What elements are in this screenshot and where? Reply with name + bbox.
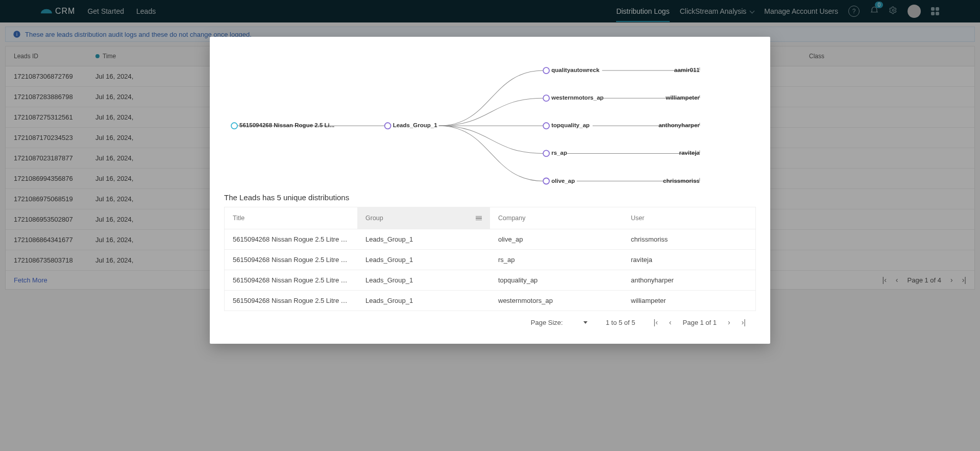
cell-user: williampeter [623,291,755,311]
svg-point-6 [385,123,391,129]
svg-text:anthonyharper: anthonyharper [658,122,700,128]
dist-row[interactable]: 5615094268 Nissan Rogue 2.5 Litre Transm… [225,229,755,249]
cell-title: 5615094268 Nissan Rogue 2.5 Litre Transm… [225,270,357,290]
dist-table-body: 5615094268 Nissan Rogue 2.5 Litre Transm… [225,229,755,311]
svg-point-28 [543,178,549,184]
dropdown-caret-icon [583,321,587,324]
svg-point-4 [231,123,237,129]
cell-group: Leads_Group_1 [357,270,490,290]
distribution-graph: 5615094268 Nissan Rogue 2.5 Li...Leads_G… [224,49,756,187]
svg-point-18 [543,123,549,129]
svg-point-8 [543,67,549,74]
svg-text:Leads_Group_1: Leads_Group_1 [393,122,438,128]
cell-title: 5615094268 Nissan Rogue 2.5 Litre Transm… [225,250,357,270]
range-status: 1 to 5 of 5 [606,319,635,326]
dist-table-header: Title Group Company User [225,207,755,229]
dist-row[interactable]: 5615094268 Nissan Rogue 2.5 Litre Transm… [225,270,755,290]
cell-user: anthonyharper [623,270,755,290]
modal-pager-first-icon[interactable]: |‹ [654,318,658,326]
svg-text:rs_ap: rs_ap [551,150,567,156]
modal-subheading: The Leads has 5 unique distributions [224,193,756,202]
svg-text:aamir011: aamir011 [674,67,700,73]
modal-pager-prev-icon[interactable]: ‹ [669,318,672,326]
modal-pager: |‹ ‹ Page 1 of 1 › ›| [654,318,746,326]
svg-text:raviteja: raviteja [679,150,700,156]
page-size-label: Page Size: [531,319,563,326]
column-menu-icon[interactable] [476,216,482,221]
svg-point-23 [543,150,549,156]
dist-row[interactable]: 5615094268 Nissan Rogue 2.5 Litre Transm… [225,249,755,270]
svg-text:topquality_ap: topquality_ap [551,122,590,128]
modal-pager-next-icon[interactable]: › [728,318,730,326]
cell-user: chrissmoriss [623,229,755,249]
modal-overlay[interactable]: 5615094268 Nissan Rogue 2.5 Li...Leads_G… [0,0,980,451]
svg-text:chrissmoriss: chrissmoriss [663,178,700,184]
cell-group: Leads_Group_1 [357,229,490,249]
dth-group-label: Group [365,215,383,222]
dist-row[interactable]: 5615094268 Nissan Rogue 2.5 Litre Transm… [225,290,755,311]
cell-user: raviteja [623,250,755,270]
distribution-modal: 5615094268 Nissan Rogue 2.5 Li...Leads_G… [210,37,770,344]
modal-pager-status: Page 1 of 1 [683,319,717,326]
dth-company[interactable]: Company [490,207,623,229]
svg-text:williampeter: williampeter [665,94,700,101]
svg-point-13 [543,95,549,101]
svg-text:5615094268 Nissan Rogue 2.5 Li: 5615094268 Nissan Rogue 2.5 Li... [239,122,334,128]
dist-table-footer: Page Size: 1 to 5 of 5 |‹ ‹ Page 1 of 1 … [224,311,756,334]
cell-company: topquality_ap [490,270,623,290]
page-size-control[interactable]: Page Size: [531,319,587,326]
dth-group[interactable]: Group [357,207,490,229]
cell-company: westernmotors_ap [490,291,623,311]
modal-pager-last-icon[interactable]: ›| [742,318,746,326]
cell-group: Leads_Group_1 [357,250,490,270]
svg-text:qualityautowreck: qualityautowreck [551,67,600,73]
cell-company: rs_ap [490,250,623,270]
dth-title[interactable]: Title [225,207,357,229]
cell-title: 5615094268 Nissan Rogue 2.5 Litre Transm… [225,229,357,249]
svg-text:olive_ap: olive_ap [551,178,575,184]
cell-company: olive_ap [490,229,623,249]
distribution-table: Title Group Company User 5615094268 Niss… [224,207,756,311]
dth-user[interactable]: User [623,207,755,229]
cell-title: 5615094268 Nissan Rogue 2.5 Litre Transm… [225,291,357,311]
svg-text:westernmotors_ap: westernmotors_ap [551,94,603,101]
cell-group: Leads_Group_1 [357,291,490,311]
